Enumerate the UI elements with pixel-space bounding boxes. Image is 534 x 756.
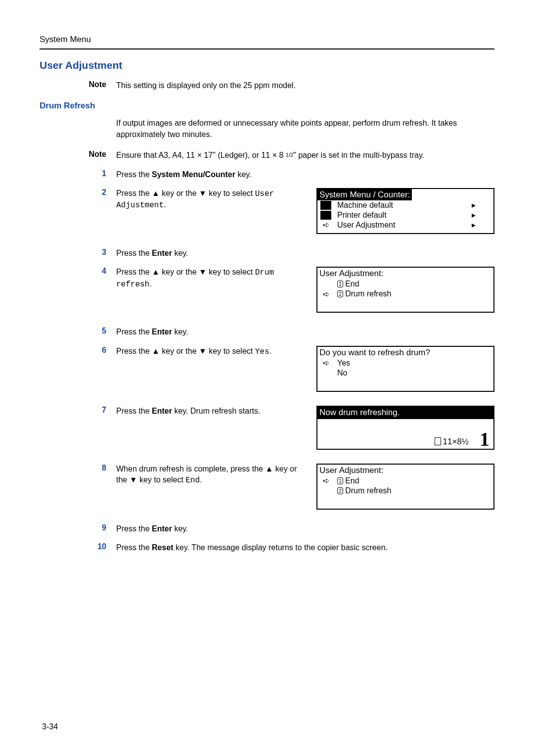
blank [320, 486, 331, 495]
txt: Press the [116, 328, 152, 336]
num-icon: 2 [337, 290, 343, 297]
txt: Press the [116, 407, 152, 415]
num-icon: 1 [337, 477, 343, 484]
note2-a: Ensure that A3, A4, 11 × 17" (Ledger), o… [116, 151, 286, 159]
lcd-item: No [331, 369, 347, 378]
step-2: 2 Press the ▲ key or the ▼ key to select… [40, 188, 494, 234]
txt: Press the [116, 524, 152, 533]
cursor-icon: ➪ [320, 476, 331, 485]
step-number: 3 [40, 248, 116, 257]
lcd-item: Machine default [331, 201, 393, 210]
step-text: Press the Reset key. The message display… [116, 542, 494, 553]
page-number: 3-34 [42, 722, 58, 731]
section-heading: User Adjustment [40, 59, 494, 71]
step-4: 4 Press the ▲ key or the ▼ key to select… [40, 267, 494, 313]
copy-count: 1 [480, 427, 490, 451]
lcd-item-text: Drum refresh [345, 486, 391, 495]
cursor-icon: ➪ [320, 220, 331, 230]
intro-paragraph: If output images are deformed or unneces… [116, 118, 494, 140]
txt-bold: Enter [152, 328, 172, 336]
txt: Press the ▲ key or the ▼ key to select [116, 189, 255, 197]
step-text: Press the ▲ key or the ▼ key to select U… [116, 188, 312, 211]
step-text: Press the ▲ key or the ▼ key to select Y… [116, 346, 312, 357]
steps-list: 1 Press the System Menu/Counter key. 2 P… [40, 169, 494, 554]
page-header: System Menu [40, 35, 494, 45]
txt-mono: Yes [255, 347, 269, 356]
step-3: 3 Press the Enter key. [40, 248, 494, 259]
txt-bold: Enter [152, 407, 172, 415]
paper-size: 11×8½ [435, 437, 469, 447]
sheet-icon [435, 437, 441, 445]
txt: When drum refresh is complete, press the… [116, 465, 297, 484]
txt-bold: Enter [152, 249, 172, 257]
lcd-item: 2Drum refresh [331, 289, 391, 298]
lcd-screen-4: User Adjustment: 1End ➪2Drum refresh [316, 267, 494, 313]
txt: Press the [116, 170, 152, 179]
note-label: Note [40, 80, 116, 91]
header-rule [40, 48, 494, 49]
txt-mono: End [185, 476, 200, 485]
txt-bold: System Menu/Counter [152, 170, 235, 179]
lcd-item: User Adjustment [331, 221, 395, 230]
txt: . [164, 200, 166, 209]
note-row-2: Note Ensure that A3, A4, 11 × 17" (Ledge… [40, 150, 494, 161]
step-8: 8 When drum refresh is complete, press t… [40, 464, 494, 510]
step-number: 9 [40, 523, 116, 532]
lcd-item-text: End [345, 476, 359, 485]
txt: Press the [116, 249, 152, 257]
blank [320, 280, 331, 288]
submenu-icon: ▸ [472, 210, 490, 220]
lcd-item: Printer default [331, 211, 387, 220]
lcd-progress-area: 11×8½ 1 [317, 419, 493, 449]
lcd-title: User Adjustment: [317, 268, 493, 279]
step-number: 6 [40, 346, 116, 357]
step-number: 7 [40, 406, 116, 417]
step-number: 4 [40, 267, 116, 290]
txt: . [269, 347, 271, 355]
step-text: Press the Enter key. Drum refresh starts… [116, 406, 312, 417]
step-7: 7 Press the Enter key. Drum refresh star… [40, 406, 494, 450]
step-10: 10 Press the Reset key. The message disp… [40, 542, 494, 553]
txt: key. The message display returns to the … [174, 543, 388, 552]
txt: key. [172, 249, 188, 257]
lcd-screen-6: Do you want to refresh drum? ➪Yes No [316, 346, 494, 392]
lcd-item: 1End [331, 476, 359, 485]
submenu-icon: ▸ [472, 200, 490, 210]
lcd-item-text: Drum refresh [345, 289, 391, 298]
step-9: 9 Press the Enter key. [40, 523, 494, 534]
note-text: Ensure that A3, A4, 11 × 17" (Ledger), o… [116, 150, 424, 161]
step-number: 5 [40, 327, 116, 335]
scroll-icon [320, 201, 331, 210]
txt-bold: Enter [152, 524, 172, 533]
note2-frac: 1/2 [286, 152, 293, 158]
step-number: 8 [40, 464, 116, 486]
lcd-item: Yes [331, 359, 350, 368]
blank [320, 369, 331, 378]
num-icon: 1 [337, 281, 343, 287]
lcd-title: Do you want to refresh drum? [317, 347, 493, 358]
step-6: 6 Press the ▲ key or the ▼ key to select… [40, 346, 494, 392]
txt: Press the ▲ key or the ▼ key to select [116, 347, 255, 355]
step-text: Press the Enter key. [116, 248, 494, 259]
cursor-icon: ➪ [320, 289, 331, 299]
lcd-title: System Menu / Counter: [317, 189, 412, 200]
txt: Press the [116, 543, 152, 552]
step-1: 1 Press the System Menu/Counter key. [40, 169, 494, 180]
txt: key. [235, 170, 252, 179]
note-text: This setting is displayed only on the 25… [116, 80, 296, 91]
lcd-item: 2Drum refresh [331, 486, 391, 495]
txt: . [149, 280, 151, 288]
note-label: Note [40, 150, 116, 161]
scroll-icon [320, 211, 331, 220]
step-text: Press the ▲ key or the ▼ key to select D… [116, 267, 312, 290]
txt-bold: Reset [152, 543, 174, 552]
lcd-screen-8: User Adjustment: ➪1End 2Drum refresh [316, 464, 494, 510]
step-number: 2 [40, 188, 116, 211]
note-row-1: Note This setting is displayed only on t… [40, 80, 494, 91]
sub-heading: Drum Refresh [40, 101, 494, 111]
note2-b: " paper is set in the multi-bypass tray. [293, 151, 424, 159]
lcd-item-text: End [345, 280, 359, 288]
lcd-title: Now drum refreshing. [317, 407, 493, 419]
lcd-item: 1End [331, 280, 359, 288]
paper-size-text: 11×8½ [443, 437, 469, 446]
